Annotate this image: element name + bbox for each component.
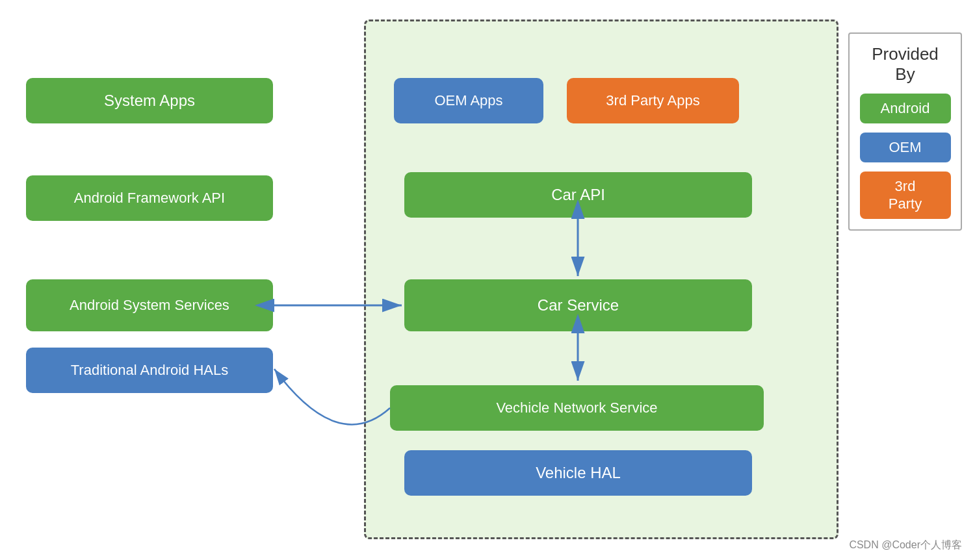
third-party-legend-label: 3rd Party <box>889 178 922 212</box>
oem-legend-label: OEM <box>889 139 921 156</box>
oem-apps-box: OEM Apps <box>394 78 543 123</box>
vehicle-hal-label: Vehicle HAL <box>536 464 621 482</box>
android-system-services-label: Android System Services <box>70 297 229 314</box>
oem-apps-label: OEM Apps <box>434 92 502 109</box>
car-service-label: Car Service <box>538 296 619 314</box>
vehicle-hal-box: Vehicle HAL <box>404 450 752 496</box>
system-apps-box: System Apps <box>26 78 273 123</box>
traditional-android-hals-box: Traditional Android HALs <box>26 348 273 393</box>
vehicle-network-service-label: Vechicle Network Service <box>496 400 657 416</box>
android-system-services-box: Android System Services <box>26 279 273 331</box>
legend-title: Provided By <box>872 44 939 84</box>
car-api-label: Car API <box>551 186 605 204</box>
third-party-apps-box: 3rd Party Apps <box>567 78 739 123</box>
watermark-text: CSDN @Coder个人博客 <box>849 539 962 550</box>
diagram-container: System Apps Android Framework API Androi… <box>0 0 975 560</box>
vehicle-network-service-box: Vechicle Network Service <box>390 385 764 431</box>
android-framework-api-box: Android Framework API <box>26 175 273 221</box>
android-legend-item: Android <box>860 94 951 123</box>
android-framework-api-label: Android Framework API <box>74 190 225 207</box>
traditional-android-hals-label: Traditional Android HALs <box>71 362 229 379</box>
watermark: CSDN @Coder个人博客 <box>849 539 962 552</box>
third-party-legend-item: 3rd Party <box>860 172 951 219</box>
oem-legend-item: OEM <box>860 133 951 162</box>
android-legend-label: Android <box>881 100 930 117</box>
legend-box: Provided By Android OEM 3rd Party <box>848 32 962 231</box>
car-service-box: Car Service <box>404 279 752 331</box>
third-party-apps-label: 3rd Party Apps <box>606 92 699 109</box>
car-api-box: Car API <box>404 172 752 218</box>
system-apps-label: System Apps <box>104 92 195 110</box>
